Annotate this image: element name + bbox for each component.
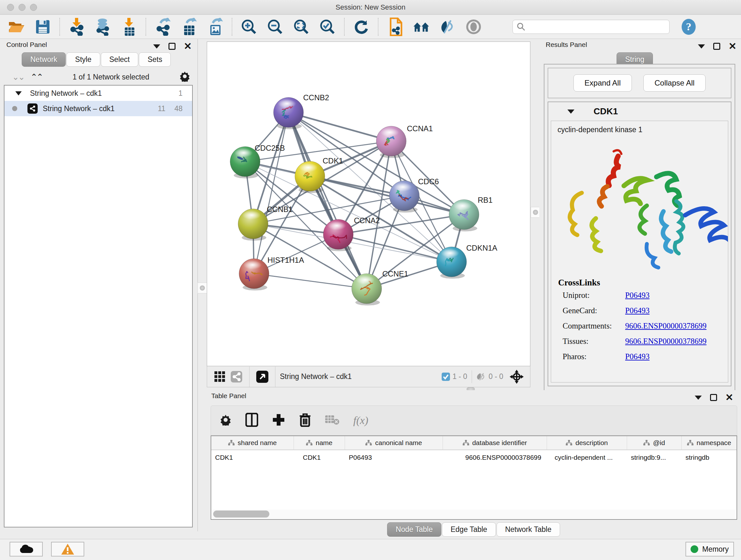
crosslink-link[interactable]: P06493	[625, 352, 650, 361]
search-input[interactable]	[526, 23, 665, 30]
results-panel-menu-icon[interactable]	[698, 44, 705, 49]
tab-style[interactable]: Style	[66, 52, 100, 67]
collection-expand-caret-icon[interactable]	[15, 91, 22, 96]
cloud-status-button[interactable]	[10, 542, 43, 557]
fit-content-crosshair-icon[interactable]	[509, 368, 525, 385]
protein-structure-image	[551, 138, 728, 273]
crosslink-link[interactable]: P06493	[625, 306, 650, 315]
crosslink-link[interactable]: 9606.ENSP00000378699	[625, 337, 706, 346]
tab-select[interactable]: Select	[101, 52, 138, 67]
node-table: shared name name canonical name database…	[211, 435, 737, 520]
column-header[interactable]: shared name	[211, 436, 294, 449]
show-columns-icon[interactable]	[246, 413, 258, 428]
collapse-all-button[interactable]: Collapse All	[643, 74, 705, 91]
document-network-icon[interactable]	[387, 18, 403, 35]
node-RB1[interactable]: RB1	[449, 196, 493, 232]
edge-HIST1H1A-CCNE1[interactable]	[254, 273, 367, 289]
node-CDKN1A[interactable]: CDKN1A	[436, 244, 497, 279]
column-header[interactable]: name	[294, 436, 345, 449]
column-header[interactable]: description	[547, 436, 627, 449]
zoom-selected-icon[interactable]	[319, 18, 336, 35]
refresh-icon[interactable]	[353, 18, 369, 35]
search-box[interactable]	[513, 20, 670, 34]
tab-edge-table[interactable]: Edge Table	[442, 522, 496, 537]
zoom-fit-icon[interactable]	[293, 18, 310, 35]
selected-checkbox-icon	[442, 373, 450, 381]
node-section-title: CDK1	[594, 106, 618, 117]
tab-network-table[interactable]: Network Table	[496, 522, 560, 537]
control-panel-menu-icon[interactable]	[153, 44, 160, 49]
scrollbar-thumb[interactable]	[213, 510, 269, 517]
expand-all-button[interactable]: Expand All	[574, 74, 632, 91]
crosslink-link[interactable]: 9606.ENSP00000378699	[625, 321, 706, 330]
table-panel-menu-icon[interactable]	[695, 395, 702, 400]
column-header[interactable]: database identifier	[443, 436, 547, 449]
expand-all-networks-icon[interactable]: ⌃⌃	[30, 72, 43, 82]
help-icon[interactable]: ?	[680, 18, 697, 35]
show-all-icon[interactable]	[465, 18, 482, 35]
open-session-icon[interactable]	[8, 18, 25, 35]
results-panel-close-icon[interactable]: ✕	[729, 43, 737, 50]
collection-label: String Network – cdk1	[30, 89, 179, 98]
zoom-out-icon[interactable]	[267, 18, 283, 35]
node-label-RB1: RB1	[478, 196, 493, 204]
column-header[interactable]: canonical name	[345, 436, 443, 449]
network-collection-row[interactable]: String Network – cdk1 1	[4, 85, 192, 101]
svg-text:?: ?	[686, 21, 691, 33]
first-neighbors-icon[interactable]	[413, 18, 429, 35]
hide-selected-icon[interactable]	[439, 18, 456, 35]
results-panel-float-icon[interactable]	[713, 43, 720, 50]
warnings-button[interactable]	[51, 542, 84, 557]
collapse-all-networks-icon[interactable]: ⌄⌄	[12, 72, 24, 82]
crosslink-link[interactable]: P06493	[625, 291, 650, 300]
delete-table-icon[interactable]	[325, 415, 339, 426]
save-session-icon[interactable]	[35, 18, 51, 35]
control-panel-close-icon[interactable]: ✕	[184, 43, 192, 50]
node-CCNA1[interactable]: CCNA1	[376, 124, 433, 158]
node-label-HIST1H1A: HIST1H1A	[267, 256, 304, 264]
crosslinks-section: CrossLinks Uniprot:P06493 GeneCard:P0649…	[551, 274, 728, 369]
delete-column-icon[interactable]	[299, 413, 311, 428]
warning-icon	[61, 543, 75, 555]
import-table-icon[interactable]	[121, 18, 137, 35]
network-options-gear-icon[interactable]	[179, 71, 190, 83]
search-icon	[517, 22, 526, 31]
memory-button[interactable]: Memory	[685, 542, 734, 557]
left-splitter-handle[interactable]	[198, 283, 207, 294]
function-builder-icon[interactable]: f(x)	[353, 415, 368, 427]
zoom-in-icon[interactable]	[241, 18, 257, 35]
crosslink-label: GeneCard:	[562, 306, 625, 315]
table-gear-icon[interactable]	[220, 414, 231, 427]
tab-network[interactable]: Network	[22, 52, 66, 67]
column-header[interactable]: @id	[627, 436, 682, 449]
node-HIST1H1A[interactable]: HIST1H1A	[239, 256, 304, 291]
grid-view-icon[interactable]	[212, 368, 228, 385]
network-birdseye-icon[interactable]	[228, 368, 245, 385]
table-panel-float-icon[interactable]	[710, 394, 717, 401]
detach-view-icon[interactable]	[254, 368, 271, 385]
control-panel-float-icon[interactable]	[169, 43, 176, 50]
right-splitter-handle[interactable]	[531, 207, 540, 218]
tab-node-table[interactable]: Node Table	[387, 522, 441, 537]
export-network-icon[interactable]	[154, 18, 171, 35]
node-CCNA2[interactable]: CCNA2	[323, 216, 380, 251]
node-CCNB1[interactable]: CCNB1	[238, 205, 293, 241]
network-canvas[interactable]: CCNB2CCNA1CDC25BCDK1CDC6RB1CCNB1CCNA2CDK…	[207, 42, 530, 366]
column-icon	[643, 440, 650, 446]
application-window: Session: New Session	[0, 0, 741, 560]
export-table-icon[interactable]	[181, 18, 197, 35]
table-panel-close-icon[interactable]: ✕	[725, 394, 733, 401]
network-row[interactable]: String Network – cdk1 11 48	[4, 101, 192, 116]
edge-CCNB2-HIST1H1A[interactable]	[254, 112, 288, 273]
results-panel-title: Results Panel	[546, 41, 587, 54]
import-database-icon[interactable]	[94, 18, 111, 35]
horizontal-scrollbar[interactable]	[212, 509, 736, 518]
table-row[interactable]: CDK1 CDK1 P06493 9606.ENSP00000378699 cy…	[211, 450, 737, 465]
node-section-caret-icon[interactable]	[567, 110, 575, 114]
add-column-icon[interactable]	[272, 414, 285, 428]
column-header[interactable]: namespace	[682, 436, 737, 449]
node-CDC25B[interactable]: CDC25B	[230, 144, 285, 179]
import-network-icon[interactable]	[68, 18, 85, 35]
export-image-icon[interactable]	[207, 18, 223, 35]
tab-sets[interactable]: Sets	[139, 52, 171, 67]
